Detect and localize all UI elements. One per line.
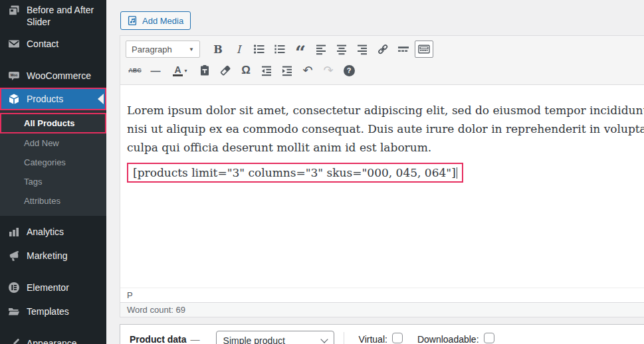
woocommerce-icon: Woo bbox=[7, 69, 21, 82]
chevron-down-icon: ▾ bbox=[185, 68, 187, 74]
paragraph-line: nisi ut aliquip ex ea commodo consequat.… bbox=[127, 120, 644, 138]
eraser-icon bbox=[219, 64, 232, 77]
clear-formatting-button[interactable] bbox=[216, 62, 235, 79]
email-icon bbox=[7, 37, 21, 50]
sidebar-item-label: Marketing bbox=[27, 250, 67, 261]
text-color-button[interactable]: A ▾ bbox=[167, 62, 193, 79]
product-type-value: Simple product bbox=[223, 335, 285, 344]
italic-icon: I bbox=[237, 43, 241, 56]
paragraph-line: Lorem ipsum dolor sit amet, consectetur … bbox=[127, 101, 644, 120]
submenu-item-tags[interactable]: Tags bbox=[0, 172, 106, 191]
sidebar-item-label: Appearance bbox=[27, 338, 77, 344]
annotation-box-shortcode: [products limit="3" columns="3" skus="00… bbox=[127, 163, 463, 183]
products-submenu: All Products Add New Categories Tags Att… bbox=[0, 110, 106, 216]
insert-link-button[interactable] bbox=[374, 41, 392, 58]
submenu-item-attributes[interactable]: Attributes bbox=[0, 191, 106, 211]
sidebar-item-contact[interactable]: Contact bbox=[0, 32, 106, 56]
chevron-down-icon: ▼ bbox=[189, 46, 194, 52]
indent-icon bbox=[280, 64, 294, 77]
numbered-list-button[interactable] bbox=[270, 41, 289, 58]
outdent-button[interactable] bbox=[257, 62, 276, 79]
paragraph-format-select[interactable]: Paragraph ▼ bbox=[126, 41, 200, 58]
editor-content[interactable]: Lorem ipsum dolor sit amet, consectetur … bbox=[120, 85, 644, 288]
paragraph-line: culpa qui officia deserunt mollit anim i… bbox=[127, 138, 644, 157]
paintbrush-icon bbox=[7, 337, 21, 344]
sidebar-item-label: Templates bbox=[27, 306, 69, 317]
admin-sidebar: Before and After Slider Contact Woo WooC… bbox=[0, 0, 106, 344]
elementor-icon bbox=[7, 281, 21, 294]
bar-chart-icon bbox=[7, 225, 21, 238]
bullet-list-button[interactable] bbox=[250, 41, 268, 58]
menu-separator bbox=[0, 56, 106, 64]
bullet-list-icon bbox=[253, 43, 266, 56]
product-type-select[interactable]: Simple product bbox=[216, 331, 334, 344]
product-data-title: Product data bbox=[130, 331, 187, 344]
sidebar-item-label: Analytics bbox=[27, 226, 64, 237]
svg-text:Woo: Woo bbox=[11, 73, 18, 77]
align-left-icon bbox=[314, 43, 328, 56]
read-more-icon bbox=[397, 43, 410, 56]
special-character-button[interactable]: Ω bbox=[237, 62, 255, 79]
media-icon bbox=[128, 15, 138, 26]
numbered-list-icon bbox=[273, 43, 286, 56]
product-data-separator: — bbox=[187, 331, 200, 344]
add-media-button[interactable]: Add Media bbox=[120, 11, 191, 30]
strikethrough-icon: ABC bbox=[128, 67, 142, 74]
read-more-button[interactable] bbox=[394, 41, 413, 58]
paste-as-text-button[interactable] bbox=[195, 62, 214, 79]
sidebar-item-label: Before and After Slider bbox=[27, 4, 102, 28]
toolbar-toggle-button[interactable] bbox=[415, 41, 433, 58]
strikethrough-button[interactable]: ABC bbox=[126, 62, 144, 79]
indent-button[interactable] bbox=[278, 62, 296, 79]
italic-button[interactable]: I bbox=[229, 41, 248, 58]
downloadable-checkbox[interactable] bbox=[484, 333, 494, 343]
menu-separator bbox=[0, 323, 106, 331]
sidebar-item-analytics[interactable]: Analytics bbox=[0, 220, 106, 244]
element-path-p[interactable]: P bbox=[127, 290, 133, 300]
product-data-panel: Product data — Simple product Virtual: D… bbox=[120, 324, 644, 344]
word-count: Word count: 69 bbox=[120, 302, 644, 317]
blockquote-button[interactable]: “ bbox=[291, 41, 310, 58]
megaphone-icon bbox=[7, 249, 21, 262]
add-media-label: Add Media bbox=[142, 16, 183, 26]
vertical-divider bbox=[344, 332, 344, 344]
omega-icon: Ω bbox=[241, 64, 251, 77]
paste-as-text-icon bbox=[198, 64, 211, 77]
redo-icon: ↷ bbox=[323, 63, 333, 78]
align-left-button[interactable] bbox=[312, 41, 330, 58]
element-path-bar: P bbox=[120, 288, 644, 302]
products-cube-icon bbox=[7, 92, 21, 106]
align-center-button[interactable] bbox=[332, 41, 351, 58]
horizontal-rule-button[interactable]: — bbox=[146, 62, 165, 79]
virtual-checkbox[interactable] bbox=[392, 333, 403, 343]
sidebar-item-before-after-slider[interactable]: Before and After Slider bbox=[0, 0, 106, 32]
sidebar-item-products[interactable]: Products bbox=[0, 88, 106, 110]
sidebar-item-woocommerce[interactable]: Woo WooCommerce bbox=[0, 64, 106, 88]
outdent-icon bbox=[260, 64, 273, 77]
redo-button[interactable]: ↷ bbox=[319, 62, 338, 79]
bold-button[interactable]: B bbox=[209, 41, 227, 58]
bold-icon: B bbox=[213, 43, 223, 56]
submenu-item-all-products[interactable]: All Products bbox=[0, 113, 106, 133]
sidebar-item-templates[interactable]: Templates bbox=[0, 300, 106, 323]
undo-button[interactable]: ↶ bbox=[298, 62, 317, 79]
submenu-item-add-new[interactable]: Add New bbox=[0, 133, 106, 153]
sidebar-item-label: Contact bbox=[27, 39, 58, 49]
sidebar-item-elementor[interactable]: Elementor bbox=[0, 276, 106, 300]
sidebar-item-marketing[interactable]: Marketing bbox=[0, 244, 106, 268]
content-area: Add Media Paragraph ▼ B I bbox=[106, 0, 644, 344]
align-right-button[interactable] bbox=[353, 41, 372, 58]
help-icon: ? bbox=[344, 65, 355, 76]
submenu-item-categories[interactable]: Categories bbox=[0, 153, 106, 172]
editor-toolbar: Paragraph ▼ B I bbox=[120, 36, 644, 85]
align-center-icon bbox=[335, 43, 348, 56]
align-right-icon bbox=[356, 43, 369, 56]
products-shortcode-text: [products limit="3" columns="3" skus="00… bbox=[133, 166, 456, 179]
blockquote-icon: “ bbox=[295, 42, 306, 56]
toolbar-row-1: Paragraph ▼ B I bbox=[126, 39, 644, 60]
format-select-value: Paragraph bbox=[132, 44, 172, 54]
toolbar-row-2: ABC — A ▾ Ω bbox=[126, 60, 644, 81]
help-button[interactable]: ? bbox=[340, 62, 358, 79]
slider-images-icon bbox=[7, 4, 21, 17]
sidebar-item-appearance[interactable]: Appearance bbox=[0, 331, 106, 344]
